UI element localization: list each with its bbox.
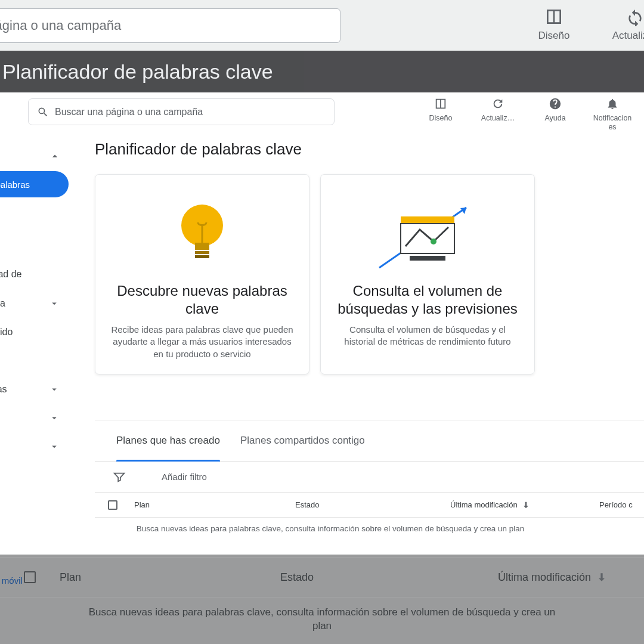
- top-search-box[interactable]: [0, 8, 340, 43]
- chevron-down-icon: [49, 413, 60, 423]
- sidebar-item[interactable]: blicidad de: [0, 260, 70, 289]
- filter-bar: Añadir filtro: [95, 462, 644, 493]
- lightbulb-icon: [175, 193, 229, 270]
- col-plan[interactable]: Plan: [131, 500, 292, 509]
- app-help-button[interactable]: Ayuda: [534, 97, 576, 132]
- app-refresh-label: Actualiz…: [477, 114, 519, 123]
- table-header: Plan Estado Última modificación Período …: [95, 493, 644, 518]
- sidebar-item[interactable]: ontenido: [0, 318, 70, 346]
- overlay-col-last-modified[interactable]: Última modificación: [498, 571, 608, 584]
- layout-icon: [544, 7, 564, 26]
- sidebar-item-label: ontenido: [0, 327, 13, 338]
- design-label: Diseño: [527, 30, 581, 42]
- col-last-modified[interactable]: Última modificación: [447, 500, 596, 510]
- col-period[interactable]: Período c: [596, 500, 633, 509]
- refresh-icon: [491, 97, 504, 110]
- search-icon: [37, 106, 49, 118]
- chevron-down-icon: [49, 441, 60, 452]
- svg-rect-1: [195, 243, 209, 250]
- sidebar-active-label: e palabras: [0, 179, 30, 190]
- sidebar-item-label: blicidad de: [0, 269, 22, 280]
- svg-rect-3: [195, 255, 209, 258]
- app-help-label: Ayuda: [534, 114, 576, 123]
- page-title: Planificador de palabras clave: [95, 140, 644, 159]
- main-content: Planificador de palabras clave Descubre …: [95, 140, 644, 374]
- app-search-input[interactable]: [55, 107, 334, 117]
- chart-trend-icon: [377, 193, 478, 270]
- app-design-label: Diseño: [420, 114, 462, 123]
- help-icon: [549, 97, 562, 110]
- chevron-up-icon[interactable]: [49, 150, 61, 162]
- overlay-band: Plan Estado Última modificación Busca nu…: [0, 555, 644, 644]
- overlay-col-plan[interactable]: Plan: [60, 571, 280, 584]
- sidebar: e palabras e e blicidad de partida onten…: [0, 146, 69, 564]
- refresh-label: Actualiz…: [608, 30, 644, 42]
- bell-icon: [606, 97, 619, 110]
- sidebar-item-label: olemas: [0, 384, 7, 395]
- chevron-down-icon: [49, 384, 60, 395]
- col-estado[interactable]: Estado: [292, 500, 447, 509]
- sidebar-item-label: partida: [0, 298, 5, 309]
- col-last-modified-label: Última modificación: [450, 500, 518, 509]
- overlay-select-all-checkbox[interactable]: [24, 571, 36, 583]
- sidebar-item[interactable]: gle: [0, 346, 70, 375]
- chevron-down-icon: [49, 298, 60, 309]
- sidebar-item[interactable]: puja: [0, 432, 70, 461]
- design-button[interactable]: Diseño: [527, 7, 581, 42]
- app-notifications-label: Notificacion es: [592, 114, 633, 132]
- arrow-down-icon: [521, 500, 531, 510]
- svg-rect-2: [195, 251, 209, 254]
- top-actions: Diseño Actualiz…: [527, 7, 644, 42]
- plan-tabs: Planes que has creado Planes compartidos…: [95, 420, 644, 462]
- refresh-button[interactable]: Actualiz…: [608, 7, 644, 42]
- svg-rect-8: [410, 256, 445, 261]
- sidebar-item[interactable]: iales: [0, 461, 70, 490]
- dark-title-bar: Planificador de palabras clave: [0, 51, 644, 92]
- overlay-col-mod-label: Última modificación: [498, 571, 591, 584]
- layout-icon: [434, 97, 447, 110]
- app-design-button[interactable]: Diseño: [420, 97, 462, 132]
- top-header: Diseño Actualiz…: [0, 0, 644, 51]
- card-search-volume[interactable]: Consulta el volumen de búsquedas y las p…: [320, 174, 535, 374]
- filter-icon[interactable]: [113, 470, 126, 484]
- overlay-table-header: Plan Estado Última modificación: [0, 557, 644, 597]
- app-toolbar: Diseño Actualiz… Ayuda Notificacion es: [420, 97, 633, 132]
- arrow-down-icon: [596, 571, 608, 583]
- card-desc: Consulta el volumen de búsquedas y el hi…: [335, 324, 520, 348]
- tab-shared-plans[interactable]: Planes compartidos contigo: [240, 420, 365, 461]
- dark-title: Planificador de palabras clave: [2, 60, 273, 83]
- card-desc: Recibe ideas para palabras clave que pue…: [110, 324, 295, 360]
- app-area: ds Diseño Actualiz… Ayuda Notificacion e…: [0, 92, 644, 555]
- sidebar-item[interactable]: olemas: [0, 375, 70, 404]
- top-search-input[interactable]: [0, 18, 340, 33]
- svg-rect-6: [401, 216, 454, 224]
- card-title: Consulta el volumen de búsquedas y las p…: [335, 282, 520, 318]
- table-empty-message: Busca nuevas ideas para palabras clave, …: [95, 524, 566, 535]
- sidebar-item[interactable]: e: [0, 231, 70, 260]
- option-cards: Descubre nuevas palabras clave Recibe id…: [95, 174, 644, 374]
- sidebar-item[interactable]: partida: [0, 289, 70, 318]
- app-refresh-button[interactable]: Actualiz…: [477, 97, 519, 132]
- sidebar-active-pill[interactable]: e palabras: [0, 171, 69, 197]
- card-discover-keywords[interactable]: Descubre nuevas palabras clave Recibe id…: [95, 174, 309, 374]
- app-search-box[interactable]: [28, 98, 335, 125]
- overlay-empty-message: Busca nuevas ideas para palabras clave, …: [0, 606, 644, 633]
- select-all-checkbox[interactable]: [108, 500, 117, 510]
- sidebar-item[interactable]: que: [0, 404, 70, 432]
- svg-point-9: [431, 239, 436, 244]
- tab-my-plans[interactable]: Planes que has creado: [116, 420, 220, 461]
- overlay-col-estado[interactable]: Estado: [280, 571, 498, 584]
- sidebar-list: e e blicidad de partida ontenido gle ole…: [0, 203, 70, 490]
- sidebar-item[interactable]: e: [0, 203, 70, 231]
- card-title: Descubre nuevas palabras clave: [110, 282, 295, 318]
- add-filter-button[interactable]: Añadir filtro: [162, 472, 207, 482]
- app-notifications-button[interactable]: Notificacion es: [592, 97, 633, 132]
- refresh-icon: [626, 7, 644, 26]
